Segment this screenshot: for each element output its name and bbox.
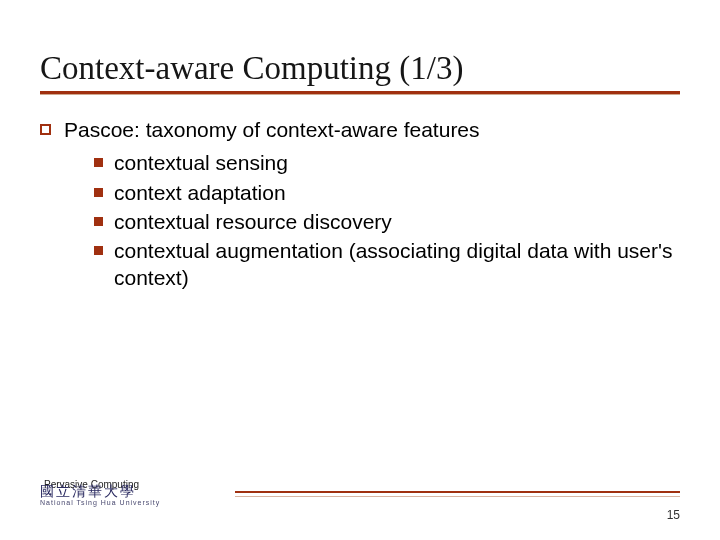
sub-point-text: contextual augmentation (associating dig… <box>114 239 673 289</box>
bullet-level2: context adaptation <box>94 179 680 206</box>
university-name-cn: 國立清華大學 <box>40 484 160 499</box>
sub-point-text: context adaptation <box>114 181 286 204</box>
university-name-en: National Tsing Hua University <box>40 499 160 507</box>
slide: Context-aware Computing (1/3) Pascoe: ta… <box>0 0 720 540</box>
square-solid-icon <box>94 188 103 197</box>
slide-title: Context-aware Computing (1/3) <box>40 50 680 87</box>
square-solid-icon <box>94 158 103 167</box>
sub-point-text: contextual resource discovery <box>114 210 392 233</box>
main-point-text: Pascoe: taxonomy of context-aware featur… <box>64 118 480 141</box>
bullet-level2: contextual resource discovery <box>94 208 680 235</box>
square-solid-icon <box>94 217 103 226</box>
square-solid-icon <box>94 246 103 255</box>
footer-divider <box>235 491 680 497</box>
bullet-level2: contextual augmentation (associating dig… <box>94 237 680 292</box>
bullet-level1: Pascoe: taxonomy of context-aware featur… <box>40 116 680 292</box>
sub-list: contextual sensing context adaptation co… <box>64 149 680 291</box>
title-underline <box>40 91 680 96</box>
page-number: 15 <box>667 508 680 522</box>
footer: Pervasive Computing 國立清華大學 National Tsin… <box>40 478 680 518</box>
body: Pascoe: taxonomy of context-aware featur… <box>40 116 680 292</box>
title-area: Context-aware Computing (1/3) <box>40 50 680 102</box>
square-outline-icon <box>40 124 51 135</box>
university-logo: 國立清華大學 National Tsing Hua University <box>40 484 160 507</box>
sub-point-text: contextual sensing <box>114 151 288 174</box>
bullet-level2: contextual sensing <box>94 149 680 176</box>
